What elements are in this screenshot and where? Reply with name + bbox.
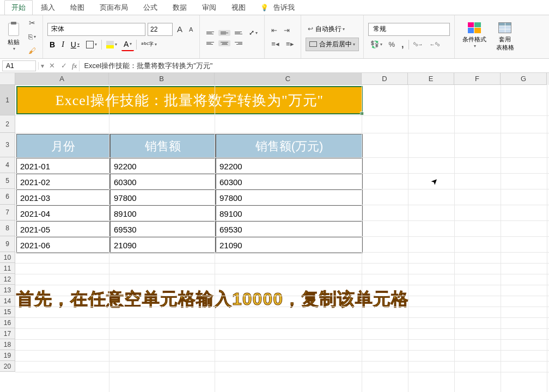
cell-r1-c1[interactable]: 60300 bbox=[110, 174, 216, 190]
name-box-dropdown[interactable]: ▾ bbox=[38, 62, 46, 70]
cell-r4-c2[interactable]: 69530 bbox=[216, 222, 363, 237]
cell-r1-c0[interactable]: 2021-02 bbox=[16, 174, 110, 190]
cell-r3-c0[interactable]: 2021-04 bbox=[16, 206, 110, 222]
font-name-select[interactable] bbox=[47, 23, 145, 36]
row-header-2[interactable]: 2 bbox=[0, 115, 15, 133]
underline-button[interactable]: U▾ bbox=[69, 39, 82, 51]
row-header-15[interactable]: 15 bbox=[0, 307, 15, 317]
align-center-button[interactable] bbox=[218, 40, 230, 46]
font-size-select[interactable] bbox=[148, 23, 173, 36]
row-header-14[interactable]: 14 bbox=[0, 296, 15, 307]
row-header-3[interactable]: 3 bbox=[0, 133, 15, 157]
row-header-1[interactable]: 1 bbox=[0, 85, 15, 115]
cell-r0-c1[interactable]: 92200 bbox=[110, 158, 216, 174]
col-header-F[interactable]: F bbox=[454, 73, 501, 85]
row-header-4[interactable]: 4 bbox=[0, 157, 15, 173]
row-header-20[interactable]: 20 bbox=[0, 361, 15, 372]
fx-icon[interactable]: fx bbox=[70, 62, 79, 70]
decrease-indent-button[interactable]: ⇤ bbox=[269, 24, 279, 36]
align-right-button[interactable] bbox=[233, 40, 245, 46]
number-format-select[interactable] bbox=[368, 23, 450, 36]
formula-input[interactable] bbox=[79, 60, 549, 71]
align-bottom-button[interactable] bbox=[233, 30, 245, 36]
cut-button[interactable]: ✂ bbox=[26, 17, 38, 29]
paste-button[interactable]: 粘贴 ▾ bbox=[4, 23, 23, 51]
cell-r3-c1[interactable]: 89100 bbox=[110, 206, 216, 222]
row-header-11[interactable]: 11 bbox=[0, 263, 15, 274]
confirm-formula-button[interactable]: ✓ bbox=[58, 62, 70, 70]
table-format-button[interactable]: 套用 表格格 bbox=[493, 22, 517, 52]
row-header-18[interactable]: 18 bbox=[0, 339, 15, 350]
align-top-button[interactable] bbox=[204, 30, 216, 36]
col-header-E[interactable]: E bbox=[408, 73, 454, 85]
row-header-5[interactable]: 5 bbox=[0, 173, 15, 189]
indent-right-button[interactable]: ≡▸ bbox=[284, 38, 296, 50]
name-box[interactable]: A1 bbox=[2, 60, 36, 71]
align-left-button[interactable] bbox=[204, 40, 216, 46]
cell-r1-c2[interactable]: 60300 bbox=[216, 174, 363, 190]
cell-r5-c1[interactable]: 21090 bbox=[110, 237, 216, 253]
row-header-16[interactable]: 16 bbox=[0, 317, 15, 328]
col-header-G[interactable]: G bbox=[501, 73, 547, 85]
row-header-17[interactable]: 17 bbox=[0, 328, 15, 339]
border-button[interactable]: ▾ bbox=[84, 39, 99, 50]
percent-button[interactable]: % bbox=[387, 39, 398, 50]
row-header-13[interactable]: 13 bbox=[0, 285, 15, 296]
cancel-formula-button[interactable]: ✕ bbox=[46, 62, 58, 70]
font-color-button[interactable]: A▾ bbox=[121, 38, 134, 51]
increase-decimal-button[interactable]: ⁰₀→ bbox=[411, 40, 425, 49]
grow-font-button[interactable]: A bbox=[175, 23, 185, 35]
select-all-corner[interactable] bbox=[0, 73, 15, 85]
increase-indent-button[interactable]: ⇥ bbox=[282, 24, 292, 36]
row-header-6[interactable]: 6 bbox=[0, 189, 15, 205]
col-header-C[interactable]: C bbox=[215, 73, 362, 85]
cell-r4-c1[interactable]: 69530 bbox=[110, 222, 216, 237]
tab-layout[interactable]: 页面布局 bbox=[93, 0, 135, 15]
col-header-A[interactable]: A bbox=[15, 73, 109, 85]
tab-tellme[interactable]: 告诉我 bbox=[273, 0, 302, 15]
comma-button[interactable]: , bbox=[399, 38, 406, 51]
header-sales[interactable]: 销售额 bbox=[110, 134, 216, 158]
cell-grid[interactable]: Excel操作技能：批量将数字转换为"万元" 月份 销售额 销售额(万元) 20… bbox=[15, 85, 549, 392]
fill-color-button[interactable]: ▾ bbox=[104, 39, 119, 50]
tab-view[interactable]: 视图 bbox=[224, 0, 253, 15]
shrink-font-button[interactable]: A bbox=[187, 24, 195, 34]
row-header-19[interactable]: 19 bbox=[0, 350, 15, 361]
merge-center-button[interactable]: 合并后居中▾ bbox=[306, 38, 359, 51]
cell-r2-c2[interactable]: 97800 bbox=[216, 190, 363, 206]
row-header-7[interactable]: 7 bbox=[0, 205, 15, 220]
decrease-decimal-button[interactable]: ←⁰₀ bbox=[428, 40, 442, 49]
tab-review[interactable]: 审阅 bbox=[195, 0, 223, 15]
cell-r0-c0[interactable]: 2021-01 bbox=[16, 158, 110, 174]
format-painter-button[interactable]: 🖌 bbox=[26, 45, 38, 57]
cell-r4-c0[interactable]: 2021-05 bbox=[16, 222, 110, 237]
cell-r2-c1[interactable]: 97800 bbox=[110, 190, 216, 206]
row-header-12[interactable]: 12 bbox=[0, 274, 15, 285]
phonetic-button[interactable]: ᵃᵇᶜ字▾ bbox=[139, 39, 159, 50]
tab-insert[interactable]: 插入 bbox=[34, 0, 62, 15]
col-header-B[interactable]: B bbox=[109, 73, 215, 85]
bold-button[interactable]: B bbox=[47, 39, 57, 51]
wrap-text-button[interactable]: ↩自动换行▾ bbox=[306, 23, 347, 35]
row-header-10[interactable]: 10 bbox=[0, 252, 15, 263]
orientation-button[interactable]: ⤢▾ bbox=[247, 27, 260, 38]
tab-start[interactable]: 开始 bbox=[4, 0, 33, 15]
cell-r5-c0[interactable]: 2021-06 bbox=[16, 237, 110, 253]
cell-r3-c2[interactable]: 89100 bbox=[216, 206, 363, 222]
cell-r0-c2[interactable]: 92200 bbox=[216, 158, 363, 174]
tab-formula[interactable]: 公式 bbox=[136, 0, 164, 15]
tab-data[interactable]: 数据 bbox=[166, 0, 194, 15]
col-header-D[interactable]: D bbox=[362, 73, 408, 85]
row-header-8[interactable]: 8 bbox=[0, 220, 15, 236]
tab-draw[interactable]: 绘图 bbox=[63, 0, 91, 15]
copy-button[interactable]: ⎘▾ bbox=[26, 31, 38, 42]
align-middle-button[interactable] bbox=[218, 30, 230, 36]
title-merged-cell[interactable]: Excel操作技能：批量将数字转换为"万元" bbox=[16, 86, 363, 114]
row-header-9[interactable]: 9 bbox=[0, 236, 15, 252]
conditional-format-button[interactable]: 条件格式 ▾ bbox=[459, 22, 490, 52]
cell-r5-c2[interactable]: 21090 bbox=[216, 237, 363, 253]
indent-left-button[interactable]: ≡◂ bbox=[269, 38, 282, 50]
header-sales-wan[interactable]: 销售额(万元) bbox=[216, 134, 363, 158]
currency-button[interactable]: 💱▾ bbox=[368, 39, 385, 50]
cell-r2-c0[interactable]: 2021-03 bbox=[16, 190, 110, 206]
